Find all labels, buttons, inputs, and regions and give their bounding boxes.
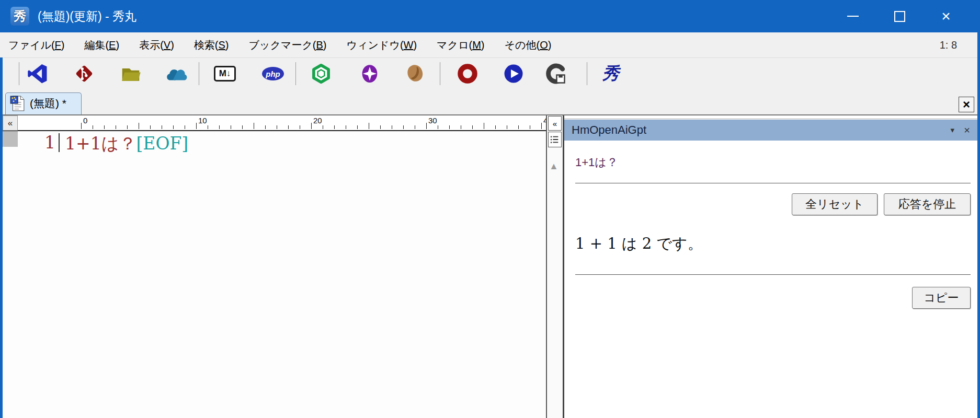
tab-bar-close-button[interactable]: × <box>959 97 974 112</box>
php-icon[interactable]: php <box>261 62 284 85</box>
stop-response-button[interactable]: 応答を停止 <box>884 193 971 215</box>
menu-bookmark[interactable]: ブックマーク(B) <box>247 37 329 53</box>
tab-bar <box>0 90 980 115</box>
reset-all-label: 全リセット <box>805 196 864 212</box>
tab-label: (無題) * <box>30 93 66 114</box>
close-x-icon: × <box>964 124 970 136</box>
toolbar-separator <box>587 62 587 85</box>
record-icon[interactable] <box>456 62 479 85</box>
tab-untitled[interactable]: (無題) * <box>5 92 82 114</box>
collapse-right-button[interactable]: « <box>548 116 562 131</box>
claude-icon[interactable] <box>404 62 427 85</box>
hidemaru-icon[interactable]: 秀 <box>599 62 622 85</box>
editor-area[interactable] <box>0 115 546 418</box>
menu-search[interactable]: 検索(S) <box>192 37 231 53</box>
chevron-down-icon: ▾ <box>950 125 954 135</box>
maximize-icon <box>894 11 905 22</box>
hm-openai-gpt-panel: HmOpenAiGpt ▾ × 1+1は？ 全リセット 応答を停止 1 + 1 … <box>564 115 977 418</box>
chevrons-left-icon: « <box>8 118 13 129</box>
eof-marker: [EOF] <box>136 133 188 154</box>
ruler: 0 10 20 30 4 <box>18 115 546 130</box>
panel-close-button[interactable]: × <box>964 120 970 141</box>
chevrons-left-icon: « <box>553 119 557 128</box>
minimize-icon <box>847 16 859 17</box>
openai-icon[interactable] <box>310 62 333 85</box>
macro-save-icon[interactable] <box>544 62 567 85</box>
divider <box>575 183 971 183</box>
minimize-button[interactable] <box>841 7 865 25</box>
document-icon <box>10 96 25 111</box>
menu-window[interactable]: ウィンドウ(W) <box>345 37 419 53</box>
maximize-button[interactable] <box>887 7 911 25</box>
stop-response-label: 応答を停止 <box>898 196 956 212</box>
cursor-position-indicator: 1: 8 <box>940 32 957 57</box>
toolbar-separator <box>440 62 440 85</box>
php-label: php <box>262 67 284 80</box>
title-bar: 秀 (無題)(更新) - 秀丸 × <box>0 0 980 32</box>
panel-header[interactable]: HmOpenAiGpt ▾ × <box>564 120 977 141</box>
reset-all-button[interactable]: 全リセット <box>792 193 878 215</box>
folder-icon[interactable] <box>119 62 142 85</box>
outline-list-button[interactable] <box>548 132 562 147</box>
menu-bar: ファイル(F) 編集(E) 表示(V) 検索(S) ブックマーク(B) ウィンド… <box>0 32 980 57</box>
cloud-icon[interactable] <box>165 62 188 85</box>
menu-macro[interactable]: マクロ(M) <box>435 37 486 53</box>
window-border <box>977 32 980 418</box>
ruler-border <box>0 130 546 131</box>
menu-file[interactable]: ファイル(F) <box>6 37 66 53</box>
ruler-label: 20 <box>313 116 322 125</box>
menu-view[interactable]: 表示(V) <box>137 37 176 53</box>
editor-text: 1+1は？ <box>65 133 136 154</box>
hidemaru-window: 秀 (無題)(更新) - 秀丸 × ファイル(F) 編集(E) 表示(V) 検索… <box>0 0 980 418</box>
copy-label: コピー <box>924 290 959 306</box>
response-text: 1 + 1 は 2 です。 <box>575 234 703 254</box>
window-title: (無題)(更新) - 秀丸 <box>38 0 136 32</box>
toolbar-separator <box>19 62 19 85</box>
ruler-label: 10 <box>198 116 207 125</box>
markdown-label: M↓ <box>214 66 236 82</box>
up-triangle-icon: ▲ <box>549 161 559 171</box>
close-icon: × <box>941 8 951 24</box>
line-number-separator <box>59 133 60 152</box>
ruler-label: 30 <box>428 116 437 125</box>
scroll-up-arrow[interactable]: ▲ <box>549 161 559 172</box>
panel-title: HmOpenAiGpt <box>572 123 646 137</box>
hidemaru-glyph: 秀 <box>602 62 619 85</box>
copy-button[interactable]: コピー <box>912 287 971 309</box>
ruler-label: 0 <box>83 116 87 125</box>
app-icon: 秀 <box>10 7 29 26</box>
panel-dropdown-button[interactable]: ▾ <box>950 120 954 141</box>
menu-other[interactable]: その他(O) <box>503 37 554 53</box>
gemini-icon[interactable] <box>358 62 381 85</box>
toolbar <box>0 57 980 90</box>
editor-text-line[interactable]: 1+1は？[EOF] <box>65 132 188 156</box>
list-icon <box>550 135 560 144</box>
toolbar-separator <box>295 62 296 85</box>
git-icon[interactable] <box>73 62 96 85</box>
play-icon[interactable] <box>502 62 525 85</box>
window-border <box>0 57 3 418</box>
toolbar-separator <box>199 62 199 85</box>
line-number: 1 <box>0 132 55 153</box>
close-x-icon: × <box>963 98 970 111</box>
close-button[interactable]: × <box>934 7 958 25</box>
question-text: 1+1は？ <box>575 155 618 170</box>
markdown-icon[interactable]: M↓ <box>213 62 236 85</box>
divider <box>575 274 971 275</box>
divider <box>564 119 977 119</box>
vscode-icon[interactable] <box>26 62 49 85</box>
collapse-left-button[interactable]: « <box>3 115 18 131</box>
menu-edit[interactable]: 編集(E) <box>82 37 121 53</box>
